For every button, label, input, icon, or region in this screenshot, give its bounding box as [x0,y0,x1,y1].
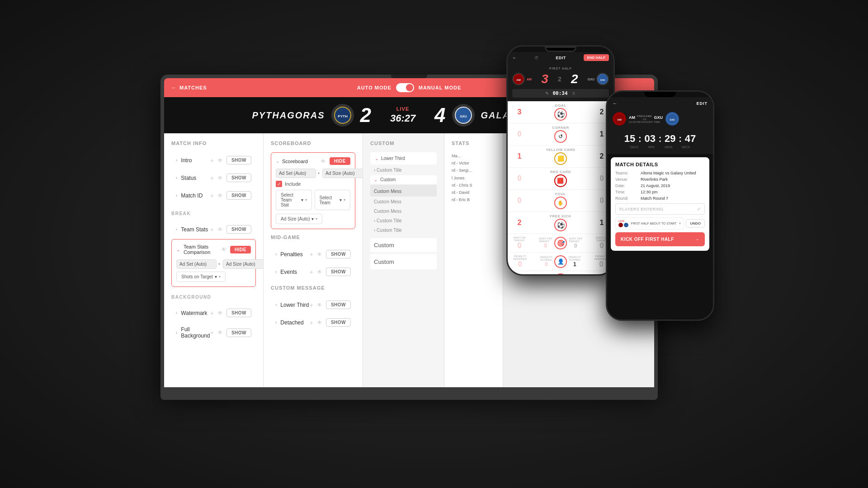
events-plus-icon[interactable]: + [310,268,313,276]
phone-edit-label[interactable]: EDIT [556,56,566,60]
penalties-label: Penalties [280,251,302,258]
phone-stats-table: 3 GOAL ⚽ 2 0 CORNER ↺ [508,101,613,274]
watermark-eye-icon[interactable]: 👁 [217,310,223,316]
detached-show-button[interactable]: SHOW [326,318,351,327]
match-info-panel: MATCH INFO › Intro + 👁 SHOW [164,133,264,387]
detached-plus-icon[interactable]: + [310,319,313,326]
penalties-show-button[interactable]: SHOW [326,250,351,258]
countdown-area: 15 : 03 : 29 : 47 DAYS HRS MINS SECS [607,128,713,154]
intro-eye-icon[interactable]: 👁 [217,157,223,164]
comparison-hide-button[interactable]: HIDE [230,246,251,253]
lower-third-left: › Lower Third [275,302,309,308]
offside-icons: SUBS 0 👤 SUBS 0 [543,273,578,274]
home-team-area: PYTHAGORAS PYTH 2 [252,104,371,127]
full-bg-eye-icon[interactable]: 👁 [217,329,223,336]
lower-third-show-button[interactable]: SHOW [326,300,351,309]
team-stats-show-button[interactable]: SHOW [226,225,251,234]
days-label: DAYS [627,145,641,149]
team-stats-plus-icon[interactable]: + [210,226,214,233]
match-id-plus-icon[interactable]: + [210,192,214,199]
countdown-secs: 47 [684,133,697,145]
full-bg-plus-icon[interactable]: + [210,329,214,336]
undo-button[interactable]: UNDO [686,219,705,228]
full-bg-left: › Full Background [176,326,210,339]
lower-third-eye-icon[interactable]: 👁 [317,302,322,308]
home-team-logo: PYTH [331,104,354,127]
lower-third-plus-icon[interactable]: + [310,301,313,309]
detached-eye-icon[interactable]: 👁 [317,319,322,326]
pen-scored-away: 1 [570,261,579,267]
stat-row-shots: SHOT ONTARGET 0 SHOT OFFTARGET 0 🎯 SHOT … [508,234,613,253]
stat-away-pen-award: 0 [599,260,603,268]
sb-ad-set-select[interactable]: Ad Set (Auto) [276,169,316,178]
custom-title-2: › Custom Title [370,216,437,225]
pencil-icon[interactable]: ✎ [545,91,549,96]
scoreboard-eye-icon[interactable]: 👁 [321,158,326,164]
status-select[interactable]: LIVE FIRST HALF ABOUT TO START ▾ [615,217,684,230]
custom-mess-2: Custom Mess [370,185,437,197]
scoreboard-expanded: ⌄ Scoreboard 👁 HIDE [271,152,355,229]
watermark-actions: + 👁 SHOW [210,309,251,317]
teams-key: Teams: [615,171,638,175]
home-dot [618,223,623,227]
scoreboard-title: SCOREBOARD [271,141,355,146]
intro-row: › Intro + 👁 SHOW [171,152,256,168]
custom-standalone-1: Custom Custom [370,238,437,269]
kickoff-button[interactable]: KICK OFF FIRST HALF → [615,232,705,246]
right-edit-label[interactable]: EDIT [696,101,708,106]
match-clock: 36:27 [390,113,415,124]
sb-ad-size-select[interactable]: Ad Size (Auto) [322,169,363,178]
select-team-stat[interactable]: Select Team Stat ▾ [276,190,312,210]
intro-plus-icon[interactable]: + [210,157,214,164]
match-id-eye-icon[interactable]: 👁 [217,192,223,199]
include-checkbox-row: ✓ Include [276,181,350,187]
team-stat-select[interactable]: Shots on Target ▾ [176,272,226,282]
sb-ad-size-bottom[interactable]: Ad Size (Auto) ▾ [276,214,322,224]
select-team[interactable]: Select Team ▾ [315,190,351,210]
ad-size-select[interactable]: Ad Size (Auto) [223,259,264,269]
events-show-button[interactable]: SHOW [326,267,351,276]
mode-toggle-group: AUTO MODE MANUAL MODE [357,83,462,92]
right-back-icon[interactable]: ← [613,101,617,106]
status-eye-icon[interactable]: 👁 [217,175,223,181]
end-half-button[interactable]: END HALF [584,54,609,61]
scoreboard-header-right: 👁 HIDE [321,157,350,165]
team-stats-eye-icon[interactable]: 👁 [217,226,223,233]
full-bg-show-button[interactable]: SHOW [226,328,251,337]
watermark-plus-icon[interactable]: + [210,310,214,317]
status-show-button[interactable]: SHOW [226,174,251,182]
ad-set-select-wrap: Ad Set (Auto) [176,259,220,269]
phone-away-team: GXU GXU [588,73,609,85]
status-plus-icon[interactable]: + [210,174,214,182]
pregame-teams: AM AM PREGAME VS GXU 12:30 PM KICKOFF TI… [613,112,679,126]
match-id-show-button[interactable]: SHOW [226,191,251,200]
stats-item-2: rd - Victor [452,160,495,167]
toggle-knob [406,84,413,91]
stat-row-offside: OFFSIDE 0 SUBS 0 👤 SUBS 0 [508,271,613,274]
custom-message-1-inner: ⌄ Custom [374,177,433,182]
scoreboard-hide-button[interactable]: HIDE [330,157,350,165]
players-entering-btn[interactable]: PLAYERS ENTERING ✓ [615,203,705,215]
include-checkbox[interactable]: ✓ [276,181,282,187]
detached-left: › Detached [275,319,304,326]
intro-show-button[interactable]: SHOW [226,156,251,164]
svg-text:GXU: GXU [670,118,675,121]
pause-icon[interactable]: ⏸ [571,91,576,96]
pregame-away-logo: GXU [665,112,679,126]
events-label: Events [280,269,297,275]
penalties-eye-icon[interactable]: 👁 [317,251,322,258]
stats-item-1: Ma... [452,152,495,160]
chevron-icon: › [176,193,177,198]
comparison-eye-icon[interactable]: 👁 [221,246,226,253]
ad-set-select[interactable]: Ad Set (Auto) [176,259,217,269]
back-arrow-icon[interactable]: ← [512,55,517,60]
phone-home-abbr: AM [527,78,532,81]
penalties-plus-icon[interactable]: + [310,251,313,258]
shot-icon: 🎯 [554,237,567,249]
events-eye-icon[interactable]: 👁 [317,269,322,275]
full-bg-label: Full Background [181,326,210,339]
mode-toggle-switch[interactable] [396,83,414,92]
back-button[interactable]: ← MATCHES [171,85,207,90]
watermark-row: › Watermark + 👁 SHOW [171,305,256,321]
watermark-show-button[interactable]: SHOW [226,309,251,317]
